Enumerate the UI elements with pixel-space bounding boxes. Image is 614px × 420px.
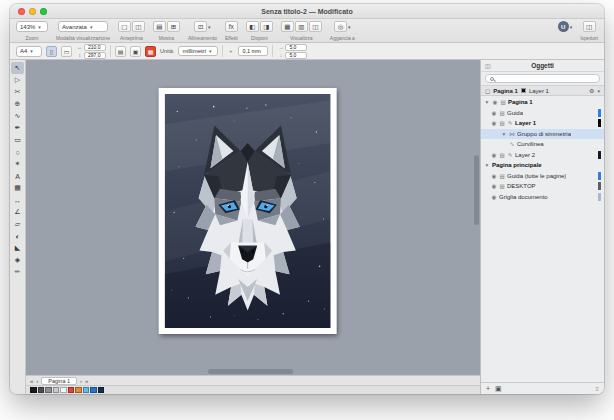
- anteprima-button-2[interactable]: ◫: [132, 21, 145, 32]
- account-avatar-icon[interactable]: U: [558, 21, 569, 32]
- tree-row-gruppo-di-simmetria[interactable]: ▾⋈Gruppo di simmetria: [481, 129, 604, 140]
- page-nav-button-left-1[interactable]: «: [29, 378, 34, 384]
- disponi-button-2[interactable]: ◨: [260, 21, 273, 32]
- pencil-icon[interactable]: ✎: [507, 152, 513, 158]
- visualizza-button-1[interactable]: ▦: [281, 21, 294, 32]
- anteprima-button-1[interactable]: ▢: [118, 21, 131, 32]
- polygon-tool[interactable]: ✶: [11, 158, 24, 170]
- allineamento-button-1[interactable]: ⊡: [194, 21, 207, 32]
- tree-row-guida-tutte-le-pagine[interactable]: ◉▤Guida (tutte le pagine): [481, 171, 604, 182]
- nudge-distance-field[interactable]: 0,1 mm: [238, 46, 268, 56]
- pick-tool[interactable]: ↖: [11, 62, 24, 74]
- palette-swatch-7[interactable]: [75, 387, 82, 394]
- page-nav-button-right-1[interactable]: ›: [79, 378, 83, 384]
- tree-row-griglia-documento[interactable]: ◉Griglia documento: [481, 192, 604, 203]
- palette-swatch-1[interactable]: [30, 387, 37, 394]
- palette-swatch-4[interactable]: [53, 387, 60, 394]
- objects-search-field[interactable]: [485, 74, 600, 83]
- fill-tool[interactable]: ◈: [11, 254, 24, 266]
- disclosure-icon[interactable]: ▾: [484, 162, 490, 168]
- eye-icon[interactable]: ◉: [491, 194, 497, 200]
- eye-icon[interactable]: ◉: [491, 120, 497, 126]
- palette-swatch-5[interactable]: [60, 387, 67, 394]
- pencil-icon[interactable]: ✎: [507, 120, 513, 126]
- effetti-button-1[interactable]: fx: [225, 21, 238, 32]
- visualizza-button-2[interactable]: ▥: [295, 21, 308, 32]
- palette-swatch-10[interactable]: [98, 387, 105, 394]
- tree-row-desktop[interactable]: ◉▤DESKTOP: [481, 181, 604, 192]
- rectangle-tool[interactable]: ▭: [11, 134, 24, 146]
- connector-tool[interactable]: ∠: [11, 206, 24, 218]
- tree-row-pagina-principale[interactable]: ▾Pagina principale: [481, 160, 604, 171]
- chevron-down-icon[interactable]: ▾: [597, 88, 600, 94]
- all-pages-button[interactable]: ▤: [115, 46, 126, 57]
- tree-row-layer-1[interactable]: ◉▤✎Layer 1: [481, 118, 604, 129]
- duplicate-y-field[interactable]: 5,0: [285, 52, 307, 59]
- landscape-orientation-button[interactable]: ▭: [61, 46, 72, 57]
- palette-swatch-6[interactable]: [68, 387, 75, 394]
- disclosure-icon[interactable]: ▾: [484, 99, 490, 105]
- palette-swatch-9[interactable]: [90, 387, 97, 394]
- page-nav-button-right-2[interactable]: »: [84, 378, 89, 384]
- palette-swatch-2[interactable]: [38, 387, 45, 394]
- palette-swatch-3[interactable]: [45, 387, 52, 394]
- text-tool[interactable]: A: [11, 170, 24, 182]
- document-page[interactable]: [159, 88, 337, 334]
- close-window-button[interactable]: [18, 8, 25, 15]
- tree-row-pagina-1[interactable]: ▾◉▤Pagina 1: [481, 97, 604, 108]
- aggancia-a-button-1[interactable]: ◎: [334, 21, 347, 32]
- page-size-select[interactable]: A4 ▾: [16, 46, 42, 57]
- ellipse-tool[interactable]: ○: [11, 146, 24, 158]
- portrait-orientation-button[interactable]: ▯: [46, 46, 57, 57]
- transparency-tool[interactable]: ◐: [11, 230, 24, 242]
- mostra-button-1[interactable]: ▤: [153, 21, 166, 32]
- layer-options-button[interactable]: ▣: [495, 384, 502, 394]
- tree-row-layer-2[interactable]: ◉▤✎Layer 2: [481, 150, 604, 161]
- mostra-button-2[interactable]: ⊞: [167, 21, 180, 32]
- freehand-tool[interactable]: ∿: [11, 110, 24, 122]
- eye-icon[interactable]: ◉: [491, 183, 497, 189]
- eye-icon[interactable]: ◉: [492, 99, 498, 105]
- gear-icon[interactable]: ⚙: [589, 87, 594, 94]
- minimize-window-button[interactable]: [29, 8, 36, 15]
- breadcrumb-page[interactable]: Pagina 1: [493, 88, 518, 94]
- outline-tool[interactable]: ✏: [11, 266, 24, 278]
- duplicate-x-field[interactable]: 5,0: [285, 44, 307, 51]
- disclosure-icon[interactable]: ▾: [501, 131, 507, 137]
- inspectors-toggle-button[interactable]: ◫: [583, 21, 596, 32]
- units-select[interactable]: millimetri ▾: [178, 46, 218, 56]
- print-icon[interactable]: ▤: [499, 152, 505, 158]
- new-layer-button[interactable]: +: [486, 384, 490, 394]
- artistic-media-tool[interactable]: ✒: [11, 122, 24, 134]
- visualizza-button-3[interactable]: ◫: [309, 21, 322, 32]
- page-width-field[interactable]: 210,0: [84, 44, 106, 51]
- vertical-scrollbar[interactable]: [474, 155, 479, 225]
- crop-tool[interactable]: ✂: [11, 86, 24, 98]
- disponi-button-1[interactable]: ◧: [246, 21, 259, 32]
- print-icon[interactable]: ▤: [499, 173, 505, 179]
- page-height-field[interactable]: 297,0: [84, 52, 106, 59]
- palette-swatch-8[interactable]: [83, 387, 90, 394]
- resize-grip-icon[interactable]: ≡: [595, 386, 599, 392]
- dimension-tool[interactable]: ↔: [11, 194, 24, 206]
- panel-options-icon[interactable]: ◫: [485, 62, 491, 69]
- print-icon[interactable]: ▤: [499, 183, 505, 189]
- tree-row-guida[interactable]: ◉▤Guida: [481, 108, 604, 119]
- zoom-select[interactable]: 143% ▾: [16, 21, 48, 32]
- eye-icon[interactable]: ◉: [491, 173, 497, 179]
- horizontal-scrollbar[interactable]: [208, 369, 293, 374]
- tree-row-curvilinea[interactable]: ∿Curvilinea: [481, 139, 604, 150]
- page-nav-button-left-2[interactable]: ‹: [35, 378, 39, 384]
- table-tool[interactable]: ▦: [11, 182, 24, 194]
- zoom-tool[interactable]: ⊕: [11, 98, 24, 110]
- units-highlight-button[interactable]: ▦: [145, 46, 156, 57]
- shape-tool[interactable]: ▷: [11, 74, 24, 86]
- page-tab[interactable]: Pagina 1: [41, 377, 77, 385]
- breadcrumb-layer[interactable]: Layer 1: [529, 88, 549, 94]
- eye-icon[interactable]: ◉: [491, 110, 497, 116]
- eye-icon[interactable]: ◉: [491, 152, 497, 158]
- view-mode-select[interactable]: Avanzata ▾: [58, 21, 108, 32]
- print-icon[interactable]: ▤: [500, 99, 506, 105]
- eyedropper-tool[interactable]: ◣: [11, 242, 24, 254]
- print-icon[interactable]: ▤: [499, 120, 505, 126]
